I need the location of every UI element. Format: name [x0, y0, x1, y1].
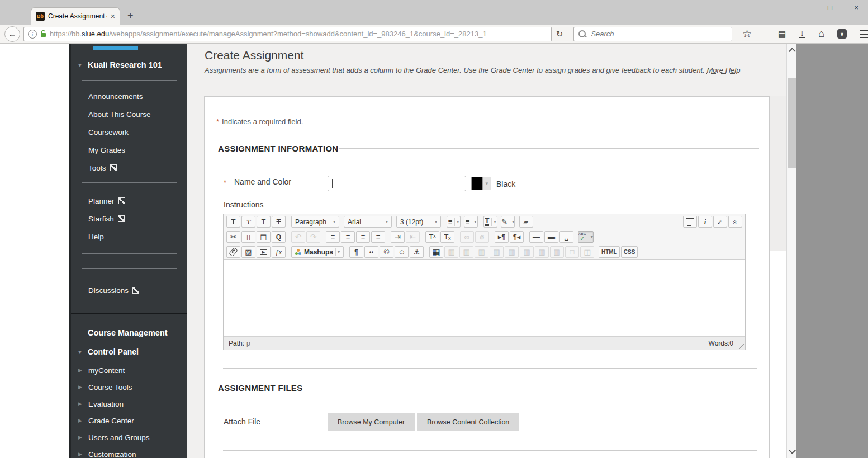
html-view-button[interactable]: HTML: [599, 246, 620, 258]
align-left-button[interactable]: ≡: [326, 231, 340, 243]
rtl-paragraph-button[interactable]: ¶◂: [510, 231, 524, 243]
font-size-select[interactable]: 3 (12pt)▾: [396, 216, 441, 228]
paragraph-mark-button[interactable]: ¶: [349, 246, 363, 258]
bold-button[interactable]: T: [226, 216, 240, 228]
sidebar-item-discussions[interactable]: Discussions: [71, 281, 187, 299]
sidebar-item-tools[interactable]: Tools: [71, 159, 187, 177]
reload-button[interactable]: ↻: [556, 29, 563, 39]
math-formula-button[interactable]: ƒx: [272, 246, 286, 258]
page-info-icon[interactable]: i: [28, 30, 37, 39]
sidebar-item-announcements[interactable]: Announcements: [71, 87, 187, 105]
paragraph-style-select[interactable]: Paragraph▾: [291, 216, 339, 228]
blockquote-button[interactable]: “: [364, 246, 378, 258]
url-bar[interactable]: i https://bb.siue.edu/webapps/assignment…: [23, 27, 552, 41]
attach-file-button[interactable]: [226, 246, 240, 258]
window-maximize-button[interactable]: □: [826, 3, 834, 12]
sidebar-item-evaluation[interactable]: ▶Evaluation: [71, 395, 187, 412]
bookmarks-list-icon[interactable]: ▤: [778, 29, 786, 39]
align-justify-button[interactable]: ≡: [371, 231, 385, 243]
align-center-button[interactable]: ≡: [341, 231, 355, 243]
search-input[interactable]: [590, 29, 704, 39]
text-color-button[interactable]: T▾: [483, 216, 497, 228]
sidebar-item-course-tools[interactable]: ▶Course Tools: [71, 379, 187, 395]
emoticon-button[interactable]: ☺: [395, 246, 409, 258]
merge-cells-icon: □: [570, 248, 575, 256]
browse-my-computer-button[interactable]: Browse My Computer: [328, 413, 415, 431]
align-right-button[interactable]: ≡: [356, 231, 370, 243]
sidebar-item-about-this-course[interactable]: About This Course: [71, 105, 187, 123]
sidebar-item-help[interactable]: Help: [71, 228, 187, 245]
editor-help-button[interactable]: i: [698, 216, 712, 228]
bullet-list-button[interactable]: ≡▾: [447, 216, 461, 228]
anchor-button[interactable]: ⚓: [410, 246, 424, 258]
home-icon[interactable]: ⌂: [818, 28, 824, 40]
browse-content-collection-button[interactable]: Browse Content Collection: [417, 413, 519, 431]
editor-content-area[interactable]: [224, 259, 745, 336]
spellcheck-button[interactable]: ABC✓▾: [578, 231, 594, 243]
copy-button[interactable]: ▯: [241, 231, 255, 243]
paste-button[interactable]: ▤: [257, 231, 271, 243]
cut-button[interactable]: ✂: [226, 231, 240, 243]
color-picker[interactable]: ▼: [471, 177, 491, 191]
sidebar-item-customization[interactable]: ▶Customization: [71, 446, 187, 458]
fullscreen-button[interactable]: ↕: [713, 216, 727, 228]
remove-formatting-icon: ▰: [523, 219, 529, 225]
menu-hamburger-icon[interactable]: [860, 30, 868, 38]
italic-button[interactable]: T: [241, 216, 255, 228]
preview-button[interactable]: [683, 216, 697, 228]
assignment-name-input[interactable]: [328, 176, 466, 191]
remove-formatting-button[interactable]: ▰: [519, 216, 533, 228]
nonbreaking-space-button[interactable]: ␣: [559, 231, 573, 243]
ltr-paragraph-button[interactable]: ▸¶: [495, 231, 509, 243]
sidebar-item-users-and-groups[interactable]: ▶Users and Groups: [71, 429, 187, 446]
scroll-down-icon[interactable]: [789, 447, 796, 454]
strikethrough-button[interactable]: T: [272, 216, 286, 228]
indent-button[interactable]: ⇥: [391, 231, 405, 243]
subscript-button[interactable]: Tₓ: [440, 231, 454, 243]
pocket-icon[interactable]: ∨: [837, 29, 847, 39]
downloads-icon[interactable]: ↓: [799, 30, 805, 38]
special-symbol-button[interactable]: ©: [380, 246, 393, 258]
mashups-button[interactable]: Mashups▾: [291, 246, 344, 258]
find-button[interactable]: Q: [272, 231, 286, 243]
bookmark-star-icon[interactable]: ☆: [742, 27, 752, 40]
underline-icon: T: [262, 218, 266, 225]
scroll-up-icon[interactable]: [789, 48, 796, 55]
insert-table-button[interactable]: ▦: [429, 246, 443, 258]
horizontal-line-button[interactable]: —: [529, 231, 543, 243]
numbered-list-button[interactable]: ≡▾: [464, 216, 478, 228]
control-panel-header[interactable]: ▼ Control Panel: [77, 347, 182, 356]
insert-image-button[interactable]: ▨: [241, 246, 255, 258]
tab-close-icon[interactable]: ×: [111, 12, 115, 20]
insert-row-above-button: ▦: [475, 246, 488, 258]
sidebar-item-mycontent[interactable]: ▶myContent: [71, 362, 187, 379]
sidebar-item-coursework[interactable]: Coursework: [71, 123, 187, 141]
font-family-select[interactable]: Arial▾: [344, 216, 392, 228]
browser-tab[interactable]: Bb Create Assignment – Kuali... ×: [31, 7, 120, 25]
sidebar-item-starfish[interactable]: Starfish: [71, 210, 187, 228]
sidebar-item-planner[interactable]: Planner: [71, 192, 187, 210]
css-view-button[interactable]: CSS: [621, 246, 638, 258]
sidebar-item-grade-center[interactable]: ▶Grade Center: [71, 412, 187, 429]
url-text: https://bb.siue.edu/webapps/assignment/e…: [50, 30, 487, 38]
highlight-color-icon: ✎: [501, 218, 507, 225]
highlight-color-button[interactable]: ✎▾: [501, 216, 515, 228]
cp-item-label: Course Tools: [88, 383, 132, 391]
window-minimize-button[interactable]: –: [800, 3, 808, 12]
new-tab-button[interactable]: +: [127, 11, 134, 21]
color-dropdown-button[interactable]: ▼: [483, 177, 491, 190]
underline-button[interactable]: T: [257, 216, 271, 228]
sidebar-item-my-grades[interactable]: My Grades: [71, 141, 187, 159]
course-title-header[interactable]: ▼ Kuali Research 101: [77, 60, 182, 69]
window-close-button[interactable]: ×: [852, 3, 860, 12]
collapse-toolbar-button[interactable]: «: [728, 216, 742, 228]
more-help-link[interactable]: More Help: [706, 66, 740, 74]
back-button[interactable]: ←: [4, 26, 20, 42]
scrollbar-thumb[interactable]: [788, 78, 796, 168]
superscript-button[interactable]: Tˣ: [425, 231, 439, 243]
insert-video-button[interactable]: ▶: [257, 246, 271, 258]
horizontal-rule-button[interactable]: ▬: [544, 231, 558, 243]
search-bar[interactable]: [573, 27, 732, 41]
content-scrollbar[interactable]: [786, 44, 796, 458]
editor-resize-handle[interactable]: [739, 343, 744, 349]
